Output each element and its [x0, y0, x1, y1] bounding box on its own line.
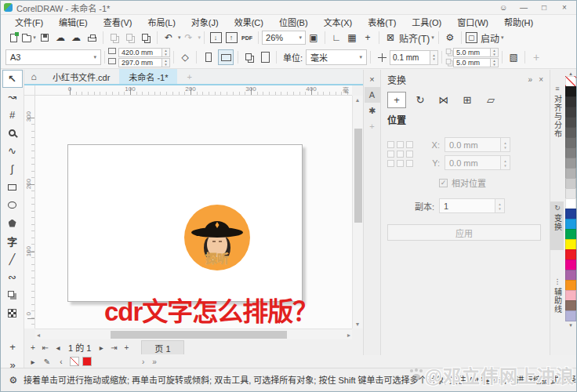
color-swatch[interactable]: [565, 168, 576, 179]
dimension-tool[interactable]: ╱: [2, 250, 23, 268]
doc-palette-scroll-right-icon[interactable]: ›: [142, 358, 144, 366]
y-position-stepper[interactable]: ▴▾: [501, 155, 510, 170]
add-tool-button[interactable]: +: [2, 338, 23, 356]
doc-palette-overflow-icon[interactable]: »: [152, 358, 157, 366]
page-1-tab[interactable]: 页 1: [141, 340, 183, 354]
vertical-scroll-thumb[interactable]: [354, 129, 362, 223]
docker-pin-icon[interactable]: »: [528, 75, 533, 84]
show-guidelines-button[interactable]: +: [361, 31, 375, 45]
palette-scroll-down-icon[interactable]: ▾: [569, 321, 572, 328]
apply-button[interactable]: 应用: [387, 224, 541, 241]
color-swatch[interactable]: [565, 260, 576, 270]
x-position-stepper[interactable]: ▴▾: [501, 137, 510, 152]
color-swatch[interactable]: [565, 270, 576, 281]
new-document-button[interactable]: [6, 31, 20, 45]
polygon-tool[interactable]: [2, 214, 23, 232]
docker-close-button[interactable]: ×: [539, 75, 543, 84]
status-gear-icon[interactable]: ⚙: [6, 373, 20, 387]
menu-edit[interactable]: 编辑(E): [51, 16, 96, 28]
document-tab-1[interactable]: 小红书文件.cdr: [43, 69, 119, 84]
horizontal-scrollbar[interactable]: ◂ ▸: [35, 328, 352, 339]
fullscreen-preview-button[interactable]: ▣: [307, 31, 321, 45]
cloud-open-button[interactable]: ☁: [69, 31, 83, 45]
color-swatch[interactable]: [565, 249, 576, 260]
color-swatch[interactable]: [565, 198, 576, 209]
freehand-tool[interactable]: ∿: [2, 142, 23, 160]
menu-table[interactable]: 表格(T): [360, 16, 404, 28]
transform-scale-mirror-button[interactable]: ⋈: [434, 92, 453, 108]
menu-text[interactable]: 文本(X): [316, 16, 361, 28]
show-grid-button[interactable]: ▦: [345, 31, 359, 45]
home-tab[interactable]: ⌂: [24, 69, 43, 84]
menu-view[interactable]: 查看(V): [96, 16, 140, 28]
anchor-point-grid[interactable]: [387, 141, 413, 167]
add-toolbar-button[interactable]: +: [529, 50, 543, 64]
publish-pdf-button[interactable]: PDF: [240, 31, 254, 45]
transform-size-button[interactable]: ⊞: [458, 92, 477, 108]
palette-flyout-icon[interactable]: ▸: [27, 355, 38, 368]
page-width-field[interactable]: 420.0 mm: [118, 48, 162, 57]
crop-tool[interactable]: #: [2, 106, 23, 124]
next-page-button[interactable]: ▸: [96, 341, 107, 354]
color-swatch[interactable]: [565, 147, 576, 158]
logo-circle[interactable]: 探听: [184, 205, 250, 270]
all-pages-button[interactable]: [242, 50, 256, 64]
page-width-stepper[interactable]: ▴▾: [162, 48, 170, 57]
no-color-swatch[interactable]: [565, 76, 576, 87]
doc-red-swatch[interactable]: [82, 357, 92, 366]
menu-bitmaps[interactable]: 位图(B): [271, 16, 316, 28]
tab-transform-active[interactable]: ↻ 变换: [550, 201, 564, 250]
docker-text-properties-icon[interactable]: A: [365, 87, 380, 103]
current-page-button[interactable]: [258, 50, 272, 64]
open-button[interactable]: ▾: [22, 31, 36, 45]
y-position-field[interactable]: 0.0 mm: [445, 155, 501, 170]
treat-as-filled-button[interactable]: ▧: [506, 50, 521, 64]
color-swatch[interactable]: [565, 137, 576, 148]
page-height-stepper[interactable]: ▴▾: [162, 58, 170, 67]
page-height-field[interactable]: 297.0 mm: [118, 58, 162, 67]
save-button[interactable]: [38, 31, 52, 45]
copies-field[interactable]: 1: [439, 198, 495, 213]
color-swatch[interactable]: [565, 178, 576, 189]
document-tab-2-active[interactable]: 未命名 -1*: [119, 69, 177, 84]
scroll-right-icon[interactable]: ▸: [347, 332, 350, 339]
transform-position-button[interactable]: +: [387, 92, 406, 108]
undo-dropdown[interactable]: ▾: [178, 34, 181, 41]
vertical-scrollbar[interactable]: ▴ ▾: [352, 96, 363, 328]
options-button[interactable]: ⚙: [443, 31, 457, 45]
landscape-button[interactable]: [218, 49, 234, 65]
previous-page-button[interactable]: ◂: [53, 341, 64, 354]
text-tool[interactable]: 字: [2, 232, 23, 250]
pick-tool[interactable]: ↖: [2, 70, 23, 88]
color-swatch[interactable]: [565, 239, 576, 250]
add-page-button[interactable]: +: [27, 341, 38, 354]
drop-shadow-tool[interactable]: [2, 286, 23, 304]
cloud-upload-button[interactable]: ☁: [53, 31, 67, 45]
first-page-button[interactable]: ⇤: [40, 341, 51, 354]
units-combo[interactable]: 毫米 ▾: [306, 49, 367, 65]
menu-file[interactable]: 文件(F): [7, 16, 51, 28]
export-button[interactable]: ↑: [224, 31, 238, 45]
zoom-level-combo[interactable]: 26% ▾: [262, 31, 306, 45]
palette-scroll-left-icon[interactable]: ‹: [56, 355, 67, 368]
transform-skew-button[interactable]: ▱: [481, 92, 500, 108]
duplicate-y-field[interactable]: 5.0 mm: [453, 58, 491, 67]
portrait-button[interactable]: [201, 49, 216, 65]
color-swatch[interactable]: [565, 188, 576, 199]
color-swatch[interactable]: [565, 300, 576, 311]
page-angle-button[interactable]: ◇: [178, 50, 192, 64]
horizontal-scroll-thumb[interactable]: [111, 331, 287, 339]
color-swatch[interactable]: [565, 229, 576, 240]
docker-add-icon[interactable]: +: [365, 118, 380, 134]
ruler-origin[interactable]: [24, 85, 35, 96]
new-document-tab-button[interactable]: +: [177, 69, 201, 84]
ellipse-tool[interactable]: [2, 196, 23, 214]
last-page-button[interactable]: ⇥: [108, 341, 119, 354]
color-swatch[interactable]: [565, 280, 576, 291]
snap-off-button[interactable]: ⊠: [383, 31, 397, 45]
page-size-combo[interactable]: A3 ▾: [5, 49, 101, 65]
color-swatch[interactable]: [565, 290, 576, 301]
drawing-canvas[interactable]: 探听 cdr文字怎么排版？: [35, 96, 352, 328]
duplicate-x-stepper[interactable]: ▴▾: [491, 48, 499, 57]
color-swatch[interactable]: [565, 219, 576, 230]
